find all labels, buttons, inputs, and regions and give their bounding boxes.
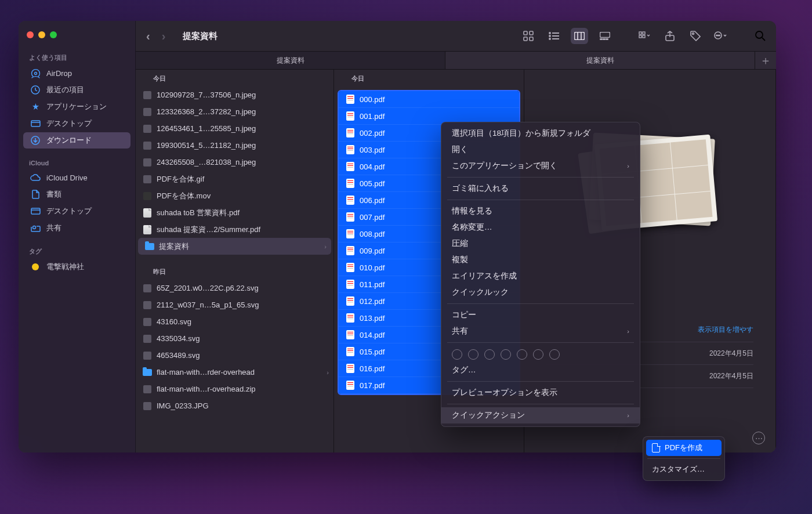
context-menu-item[interactable]: クイックアクション› xyxy=(441,407,640,423)
file-row[interactable]: flat-man-with…r-overhead.zip xyxy=(136,381,334,397)
window-title: 提案資料 xyxy=(183,31,217,42)
pdf-icon xyxy=(346,330,355,339)
sidebar-item-cloud[interactable]: iCloud Drive xyxy=(23,169,130,186)
svg-point-16 xyxy=(549,38,550,39)
context-menu-item[interactable]: 複製 xyxy=(441,252,640,268)
tag-circle[interactable] xyxy=(533,349,543,360)
list-view-button[interactable] xyxy=(545,28,563,44)
svg-rect-2 xyxy=(31,121,40,126)
sidebar-item-clock[interactable]: 最近の項目 xyxy=(23,82,130,98)
minimize-window-button[interactable] xyxy=(38,31,45,38)
file-row[interactable]: 102909728_7…37506_n.jpeg xyxy=(136,86,334,103)
file-row[interactable]: suhada toB 営業資料.pdf xyxy=(136,204,334,221)
forward-button[interactable]: › xyxy=(162,30,166,43)
zoom-window-button[interactable] xyxy=(50,31,57,38)
sidebar-item-apps[interactable]: アプリケーション xyxy=(23,99,130,115)
column-1[interactable]: 今日102909728_7…37506_n.jpeg123326368_2…37… xyxy=(136,70,334,453)
preview-more-button[interactable]: ⋯ xyxy=(752,432,765,444)
context-menu-item[interactable]: タグ… xyxy=(441,362,640,378)
context-menu-item[interactable]: 情報を見る xyxy=(441,203,640,219)
svg-point-7 xyxy=(32,226,35,229)
pdf-icon xyxy=(346,179,355,188)
sidebar-item-tag-yellow[interactable]: 電撃戦神社 xyxy=(23,259,130,275)
svg-rect-8 xyxy=(524,31,527,35)
file-row[interactable]: 4653489.svg xyxy=(136,347,334,364)
sidebar-item-doc[interactable]: 書類 xyxy=(23,186,130,202)
context-menu-item[interactable]: このアプリケーションで開く› xyxy=(441,158,640,174)
share-button[interactable] xyxy=(661,28,679,44)
file-row[interactable]: 65Z_2201.w0…22C.p6.22.svg xyxy=(136,280,334,296)
pdf-icon xyxy=(346,196,355,205)
file-row[interactable]: 243265508_…821038_n.jpeg xyxy=(136,154,334,171)
pdf-icon xyxy=(346,313,355,323)
svg-point-12 xyxy=(549,32,550,34)
context-menu-item[interactable]: 名称変更… xyxy=(441,219,640,236)
customize-action[interactable]: カスタマイズ… xyxy=(646,461,722,477)
context-menu-item[interactable]: クイックルック xyxy=(441,284,640,301)
chevron-right-icon: › xyxy=(324,243,327,250)
file-row[interactable]: 43160.svg xyxy=(136,313,334,330)
icon-view-button[interactable] xyxy=(520,28,537,44)
tag-circle[interactable] xyxy=(484,349,495,360)
file-row[interactable]: 199300514_5…21182_n.jpeg xyxy=(136,137,334,154)
search-button[interactable] xyxy=(752,28,769,44)
tag-circle[interactable] xyxy=(501,349,511,360)
svg-rect-28 xyxy=(643,35,645,38)
gif-icon xyxy=(143,175,152,184)
sidebar-item-label: iCloud Drive xyxy=(46,173,88,182)
section-header: 今日 xyxy=(334,70,524,86)
file-name: 提案資料 xyxy=(159,241,189,252)
file-row[interactable]: 4335034.svg xyxy=(136,330,334,347)
tags-button[interactable] xyxy=(687,28,704,44)
file-row[interactable]: suhada 提案資…2/Summer.pdf xyxy=(136,221,334,238)
file-row[interactable]: IMG_0233.JPG xyxy=(136,397,334,414)
group-by-button[interactable] xyxy=(636,28,653,44)
sidebar-item-desktop[interactable]: デスクトップ xyxy=(23,115,130,132)
context-menu-item[interactable]: 選択項目（18項目）から新規フォルダ xyxy=(441,125,640,142)
context-menu-item[interactable]: 開く xyxy=(441,142,640,158)
context-menu-item[interactable]: コピー xyxy=(441,307,640,323)
file-row[interactable]: 126453461_1…25585_n.jpeg xyxy=(136,120,334,137)
tag-circle[interactable] xyxy=(549,349,560,360)
column-view-button[interactable] xyxy=(571,28,588,44)
download-icon xyxy=(30,136,41,145)
folder-icon xyxy=(145,242,154,251)
pdf-icon xyxy=(346,347,355,356)
file-row[interactable]: 123326368_2…37282_n.jpeg xyxy=(136,103,334,120)
context-menu-item[interactable]: ゴミ箱に入れる xyxy=(441,180,640,197)
new-tab-button[interactable]: ＋ xyxy=(755,52,776,69)
sidebar-item-airdrop[interactable]: AirDrop xyxy=(23,65,130,81)
context-menu-item[interactable]: エイリアスを作成 xyxy=(441,268,640,284)
context-menu-item[interactable]: プレビューオプションを表示 xyxy=(441,385,640,401)
sidebar-heading: よく使う項目 xyxy=(19,50,135,64)
close-window-button[interactable] xyxy=(27,31,34,38)
sidebar-item-share[interactable]: 共有 xyxy=(23,220,130,236)
sidebar-item-download[interactable]: ダウンロード xyxy=(23,132,130,149)
file-row[interactable]: PDFを合体.gif xyxy=(136,171,334,187)
document-icon xyxy=(652,443,660,453)
chevron-right-icon: › xyxy=(627,162,629,169)
file-row[interactable]: 2112_w037_n…5a_p1_65.svg xyxy=(136,296,334,313)
svg-icon xyxy=(143,351,152,360)
sidebar-item-label: ダウンロード xyxy=(46,135,92,146)
tag-circle[interactable] xyxy=(468,349,478,360)
tab-0[interactable]: 提案資料 xyxy=(136,52,445,69)
file-name: 011.pdf xyxy=(360,280,385,289)
file-row[interactable]: 提案資料› xyxy=(138,238,331,255)
context-menu-item[interactable]: 共有› xyxy=(441,323,640,339)
tab-1[interactable]: 提案資料 xyxy=(445,52,755,69)
mov-icon xyxy=(143,191,152,201)
file-row[interactable]: 000.pdf xyxy=(339,91,519,108)
file-row[interactable]: PDFを合体.mov xyxy=(136,187,334,204)
tag-yellow-icon xyxy=(30,263,41,270)
back-button[interactable]: ‹ xyxy=(146,30,150,43)
file-row[interactable]: flat-man-with…rder-overhead› xyxy=(136,364,334,381)
tag-circle[interactable] xyxy=(517,349,527,360)
action-menu-button[interactable] xyxy=(712,28,730,44)
gallery-view-button[interactable] xyxy=(596,28,614,44)
context-menu-item[interactable]: 圧縮 xyxy=(441,236,640,252)
sidebar-item-desktop2[interactable]: デスクトップ xyxy=(23,203,130,219)
create-pdf-action[interactable]: PDFを作成 xyxy=(646,440,722,456)
clock-icon xyxy=(30,85,41,95)
tag-circle[interactable] xyxy=(452,349,462,360)
